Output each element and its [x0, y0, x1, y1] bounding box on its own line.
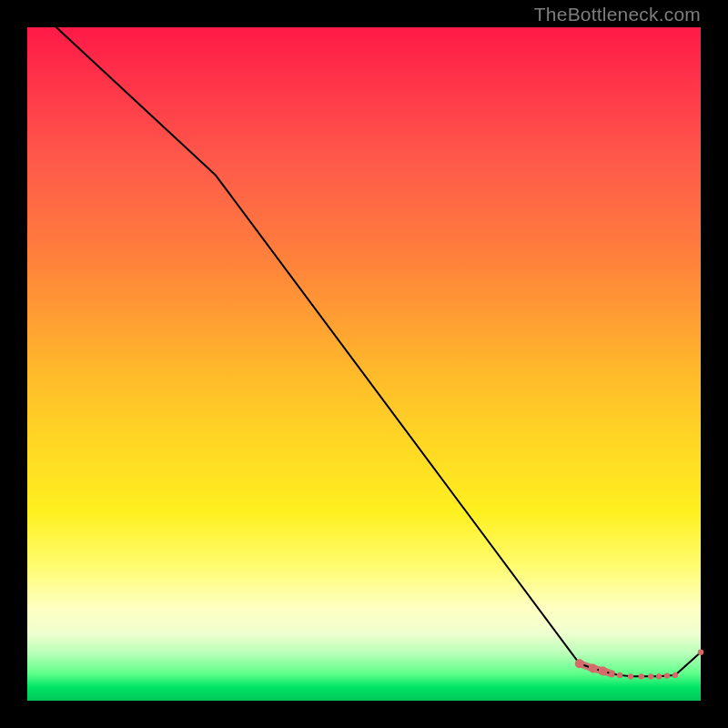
data-marker [672, 672, 678, 678]
data-marker [617, 672, 622, 678]
data-marker [628, 673, 633, 679]
watermark-text: TheBottleneck.com [534, 4, 701, 25]
bottleneck-line [27, 0, 701, 676]
data-marker [656, 673, 662, 679]
chart-frame: TheBottleneck.com [0, 0, 728, 728]
data-marker [639, 673, 644, 679]
data-marker [599, 666, 608, 675]
data-marker [698, 650, 703, 655]
data-marker [589, 663, 598, 672]
data-marker [648, 673, 653, 679]
data-marker [664, 672, 670, 678]
data-marker [575, 659, 584, 668]
plot-area [27, 27, 701, 701]
plot-svg [27, 27, 701, 701]
data-marker [609, 671, 614, 676]
